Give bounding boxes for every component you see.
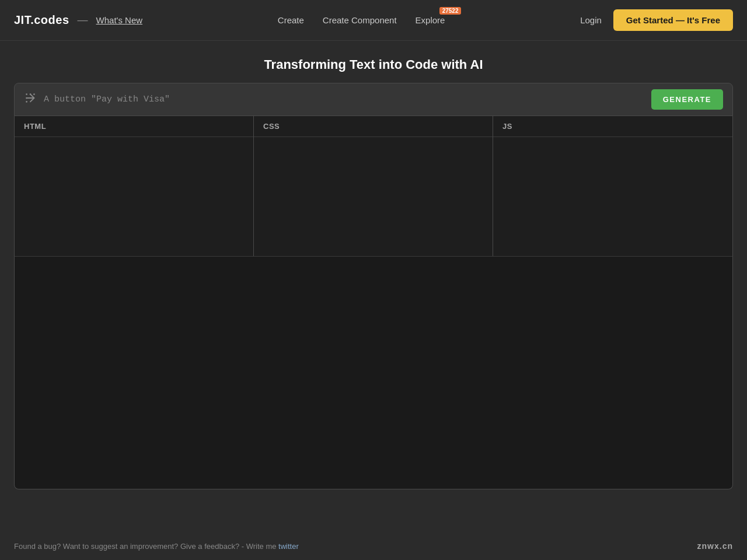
footer-feedback-text: Found a bug? Want to suggest an improvem… [14, 542, 278, 551]
footer-left: Found a bug? Want to suggest an improvem… [14, 542, 299, 551]
css-panel-header: CSS [254, 116, 493, 137]
page-title: Transforming Text into Code with AI [0, 57, 747, 72]
generate-button[interactable]: GENERATE [651, 89, 723, 110]
html-panel-body [15, 137, 253, 254]
header-right: Login Get Started — It's Free [580, 9, 733, 31]
footer-twitter-link[interactable]: twitter [278, 542, 299, 551]
footer-brand-label: znwx.cn [697, 541, 733, 551]
html-panel: HTML [15, 116, 254, 256]
explore-badge: 27522 [439, 7, 462, 15]
header: JIT.codes — What's New Create Create Com… [0, 0, 747, 41]
nav-explore[interactable]: Explore 27522 [416, 15, 445, 25]
wand-icon [24, 92, 37, 107]
whats-new-link[interactable]: What's New [96, 15, 143, 25]
css-panel-body [254, 137, 493, 254]
svg-point-2 [26, 97, 27, 99]
code-panels: HTML CSS JS [14, 116, 733, 256]
footer-brand: znwx.cn [697, 541, 733, 551]
nav-create[interactable]: Create [278, 15, 304, 25]
header-nav: Create Create Component Explore 27522 [278, 15, 445, 25]
main-content: GENERATE HTML CSS JS [0, 83, 747, 532]
login-button[interactable]: Login [580, 15, 602, 25]
logo-separator: — [78, 14, 88, 26]
logo[interactable]: JIT.codes [14, 13, 69, 27]
svg-point-5 [33, 93, 35, 95]
js-panel: JS [493, 116, 732, 256]
js-panel-body [493, 137, 732, 254]
svg-point-1 [26, 93, 27, 95]
page-title-section: Transforming Text into Code with AI [0, 41, 747, 83]
js-panel-header: JS [493, 116, 732, 137]
get-started-button[interactable]: Get Started — It's Free [613, 9, 733, 31]
prompt-input[interactable] [44, 94, 644, 104]
preview-area [14, 256, 733, 489]
prompt-container: GENERATE [14, 83, 733, 116]
footer: Found a bug? Want to suggest an improvem… [0, 532, 747, 560]
svg-point-3 [26, 101, 27, 103]
header-left: JIT.codes — What's New [14, 13, 142, 27]
nav-create-component[interactable]: Create Component [323, 15, 397, 25]
svg-point-4 [30, 93, 32, 95]
html-panel-header: HTML [15, 116, 253, 137]
css-panel: CSS [254, 116, 493, 256]
